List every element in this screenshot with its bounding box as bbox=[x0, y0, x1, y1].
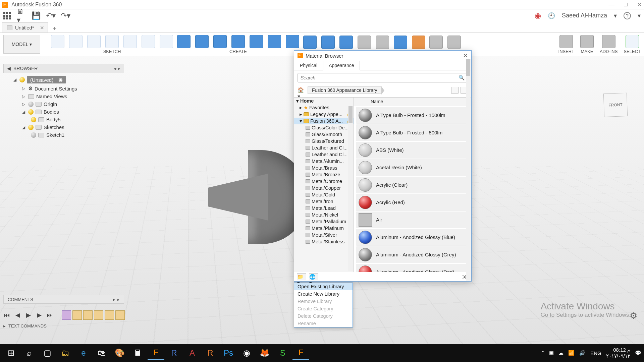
search-icon[interactable]: ⌕ bbox=[21, 346, 38, 360]
explorer-icon[interactable]: 🗂 bbox=[57, 346, 74, 360]
tree-category[interactable]: Metal/Nickel bbox=[294, 212, 354, 218]
timeline-feature[interactable] bbox=[72, 310, 82, 320]
text-commands-bar[interactable]: ▸TEXT COMMANDS bbox=[3, 322, 47, 330]
sketch-tool-icon[interactable] bbox=[105, 35, 119, 48]
clock-icon[interactable]: 🕘 bbox=[548, 12, 555, 19]
search-icon[interactable]: 🔍 bbox=[459, 75, 465, 81]
view-mode-icon[interactable] bbox=[451, 87, 459, 94]
close-tab-icon[interactable]: ✕ bbox=[40, 25, 44, 31]
tree-category[interactable]: Metal/Bronze bbox=[294, 171, 354, 178]
scrollbar[interactable] bbox=[348, 106, 353, 271]
tree-root[interactable]: ◢ (Unsaved) ◉ bbox=[3, 75, 124, 84]
modify-tool-icon[interactable] bbox=[303, 36, 317, 49]
tree-item[interactable]: Body5 bbox=[3, 116, 124, 123]
close-icon[interactable]: ✕ bbox=[637, 1, 642, 8]
app-icon[interactable]: S bbox=[274, 346, 291, 360]
tree-category[interactable]: Metal/Gold bbox=[294, 191, 354, 198]
autocad-icon[interactable]: A bbox=[184, 346, 201, 360]
tree-fusion360[interactable]: ▾Fusion 360 A...🔒 bbox=[294, 118, 354, 124]
record-icon[interactable]: ◉ bbox=[535, 11, 541, 20]
dialog-close-icon[interactable]: ✕ bbox=[463, 52, 468, 59]
timeline-first-icon[interactable]: ⏮ bbox=[3, 311, 11, 319]
tree-category[interactable]: Metal/Silver bbox=[294, 232, 354, 238]
sketch-tool-icon[interactable] bbox=[142, 35, 155, 48]
modify-tool-icon[interactable] bbox=[358, 36, 371, 49]
tree-category[interactable]: Metal/Copper bbox=[294, 185, 354, 191]
tray-onedrive-icon[interactable]: ☁ bbox=[558, 350, 564, 356]
tray-chevron-icon[interactable]: ˄ bbox=[542, 350, 544, 356]
save-icon[interactable]: 💾 bbox=[32, 11, 40, 20]
modify-tool-icon[interactable] bbox=[321, 36, 335, 49]
tree-category[interactable]: Metal/Chrome bbox=[294, 178, 354, 185]
timeline-last-icon[interactable]: ⏭ bbox=[46, 311, 54, 319]
sketch-tool-icon[interactable] bbox=[51, 35, 64, 48]
tray-clock[interactable]: 08:12 م ٢٠١٧/٠٩/١٣ bbox=[606, 347, 630, 359]
tree-item[interactable]: ▷Named Views bbox=[3, 93, 124, 100]
tree-category[interactable]: Leather and Cl... bbox=[294, 151, 354, 158]
tree-category[interactable]: Metal/Stainless bbox=[294, 238, 354, 245]
search-input[interactable] bbox=[301, 75, 459, 80]
tree-item[interactable]: ◢Bodies bbox=[3, 108, 124, 116]
tree-category[interactable]: Metal/Palladium bbox=[294, 218, 354, 225]
material-item[interactable]: Acrylic (Red) bbox=[356, 194, 469, 211]
create-tool-icon[interactable] bbox=[268, 35, 281, 48]
create-tool-icon[interactable] bbox=[195, 35, 209, 48]
tray-notifications-icon[interactable]: 💬 bbox=[635, 350, 641, 356]
library-menu-button[interactable]: 📁▾ bbox=[297, 274, 306, 280]
ribbon-group-label[interactable]: CREATE bbox=[229, 49, 247, 54]
browser-header[interactable]: ◀BROWSER ● ▸ bbox=[3, 64, 124, 73]
help-icon[interactable]: ? bbox=[624, 12, 631, 19]
sketch-tool-icon[interactable] bbox=[87, 35, 101, 48]
viewcube[interactable]: FRONT bbox=[604, 93, 634, 123]
material-item[interactable]: Aluminum - Anodized Glossy (Grey) bbox=[356, 246, 469, 263]
fusion-icon[interactable]: F bbox=[148, 346, 164, 360]
modify-tool-icon[interactable] bbox=[394, 36, 407, 49]
redo-icon[interactable]: ↷▾ bbox=[61, 11, 70, 20]
material-item[interactable]: Aluminum - Anodized Glossy (Blue) bbox=[356, 229, 469, 246]
document-tab[interactable]: Untitled* ✕ bbox=[2, 22, 48, 33]
data-panel-icon[interactable] bbox=[3, 12, 11, 19]
tree-category[interactable]: Metal/Lead bbox=[294, 205, 354, 212]
tree-legacy[interactable]: ▸Legacy Appe...🔒 bbox=[294, 111, 354, 118]
ribbon-group-label[interactable]: SKETCH bbox=[103, 49, 121, 54]
revit-icon[interactable]: R bbox=[166, 346, 182, 360]
dialog-titlebar[interactable]: Material Browser ✕ bbox=[294, 51, 471, 61]
material-search[interactable]: 🔍 bbox=[298, 73, 468, 82]
lightbulb-icon[interactable] bbox=[19, 77, 25, 82]
create-tool-icon[interactable] bbox=[250, 35, 263, 48]
assemble-tool-icon[interactable] bbox=[429, 36, 443, 49]
undo-icon[interactable]: ↶▾ bbox=[46, 11, 55, 20]
menu-open-existing-library[interactable]: Open Existing Library bbox=[294, 283, 353, 290]
tree-item[interactable]: ◢Sketches bbox=[3, 123, 124, 131]
tree-category[interactable]: Metal/Iron bbox=[294, 198, 354, 205]
library-action-button[interactable]: 🌐▾ bbox=[309, 274, 318, 280]
material-item[interactable]: Acetal Resin (White) bbox=[356, 159, 469, 176]
sketch-tool-icon[interactable] bbox=[160, 35, 173, 48]
insert-tool-icon[interactable] bbox=[559, 35, 573, 48]
tree-category[interactable]: Glass/Smooth bbox=[294, 131, 354, 138]
start-icon[interactable]: ⊞ bbox=[3, 346, 19, 360]
tray-app-icon[interactable]: ▣ bbox=[549, 350, 554, 356]
create-tool-icon[interactable] bbox=[286, 35, 299, 48]
timeline-feature[interactable] bbox=[94, 310, 103, 320]
tree-category[interactable]: Metal/Brass bbox=[294, 165, 354, 171]
settings-gear-icon[interactable]: ⚙ bbox=[630, 311, 637, 321]
create-tool-icon[interactable] bbox=[213, 35, 227, 48]
file-icon[interactable]: 🗎▾ bbox=[17, 11, 25, 20]
scrollbar[interactable] bbox=[466, 98, 471, 272]
material-item[interactable]: ABS (White) bbox=[356, 142, 469, 159]
tray-language[interactable]: ENG bbox=[590, 350, 601, 356]
lightbulb-icon[interactable] bbox=[28, 109, 34, 115]
tree-item[interactable]: Sketch1 bbox=[3, 131, 124, 139]
modify-tool-icon[interactable] bbox=[376, 36, 389, 49]
addins-tool-icon[interactable] bbox=[602, 35, 615, 48]
fusion-icon[interactable]: F bbox=[292, 346, 309, 360]
minimize-icon[interactable]: — bbox=[608, 1, 614, 8]
tray-volume-icon[interactable]: 🔊 bbox=[579, 350, 586, 356]
create-tool-icon[interactable] bbox=[177, 35, 191, 48]
lightbulb-icon[interactable] bbox=[31, 132, 36, 138]
material-item[interactable]: Aluminum - Anodized Glossy (Red) bbox=[356, 264, 469, 272]
material-item[interactable]: Acrylic (Clear) bbox=[356, 177, 469, 193]
lightbulb-icon[interactable] bbox=[28, 102, 34, 107]
assemble-tool-icon[interactable] bbox=[447, 36, 461, 49]
